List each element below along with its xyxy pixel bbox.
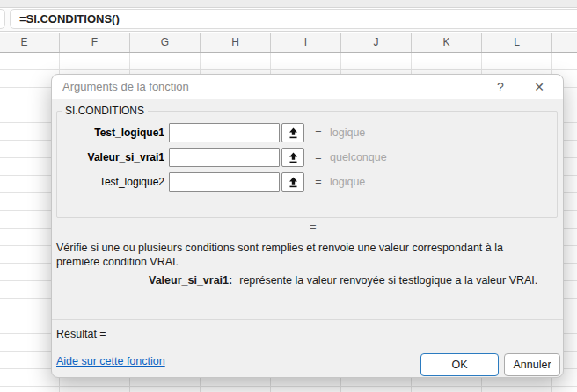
range-selector-icon [288,152,298,163]
argument-row-valeur-si-vrai1: Valeur_si_vrai1 = quelconque [57,148,557,167]
range-selector-icon [288,177,298,188]
column-header-l[interactable]: L [482,33,552,52]
collapse-dialog-button[interactable] [281,123,304,142]
argument-input-valeur-si-vrai1[interactable] [169,148,280,167]
argument-type: logique [330,123,365,142]
dialog-titlebar[interactable]: Arguments de la fonction ? ✕ [52,75,563,99]
close-icon[interactable]: ✕ [526,75,552,99]
argument-label: Test_logique2 [57,172,164,192]
formula-bar-input[interactable]: =SI.CONDITIONS() [10,9,577,29]
argument-input-test-logique2[interactable] [169,172,280,192]
column-header-i[interactable]: I [271,33,341,52]
ok-button[interactable]: OK [420,353,499,376]
collapse-dialog-button[interactable] [281,148,304,167]
argument-type: quelconque [330,148,387,167]
equals-sign: = [312,148,325,167]
collapse-dialog-button[interactable] [281,172,304,192]
dialog-help-icon[interactable]: ? [487,75,514,99]
ribbon-bottom-edge [0,0,577,8]
argument-type: logique [330,172,365,192]
argument-row-test-logique1: Test_logique1 = logique [57,123,557,142]
column-header-h[interactable]: H [201,33,271,52]
dialog-title: Arguments de la fonction [62,75,189,99]
column-header-g[interactable]: G [130,33,201,52]
column-header-j[interactable]: J [341,33,412,52]
function-description: Vérifie si une ou plusieurs conditions s… [56,241,545,269]
function-arguments-dialog: Arguments de la fonction ? ✕ SI.CONDITIO… [51,74,564,378]
column-header-f[interactable]: F [60,33,130,52]
range-selector-icon [288,127,298,139]
column-header-m[interactable] [552,33,577,52]
function-name-legend: SI.CONDITIONS [62,105,148,117]
column-header-k[interactable]: K [412,33,482,52]
column-headers: E F G H I J K L [0,33,577,53]
function-help-link[interactable]: Aide sur cette fonction [56,355,165,367]
active-argument-name: Valeur_si_vrai1: [149,274,232,287]
cancel-button[interactable]: Annuler [504,353,560,376]
active-argument-help-text: représente la valeur renvoyée si testlog… [239,274,537,287]
argument-label: Valeur_si_vrai1 [57,148,164,167]
name-box[interactable] [0,9,5,29]
result-label: Résultat = [56,328,106,340]
active-argument-help: Valeur_si_vrai1:représente la valeur ren… [149,274,562,287]
dialog-divider [52,319,563,320]
argument-row-test-logique2: Test_logique2 = logique [57,172,557,192]
equals-sign: = [312,123,325,142]
argument-input-test-logique1[interactable] [169,123,280,142]
function-group-box: SI.CONDITIONS Test_logique1 = logique Va… [56,111,558,218]
argument-label: Test_logique1 [57,123,164,142]
formula-result-equals: = [307,221,319,233]
column-header-e[interactable]: E [0,33,60,52]
excel-window: =SI.CONDITIONS() E F G H I J K L Argumen… [0,0,577,392]
equals-sign: = [312,172,325,192]
